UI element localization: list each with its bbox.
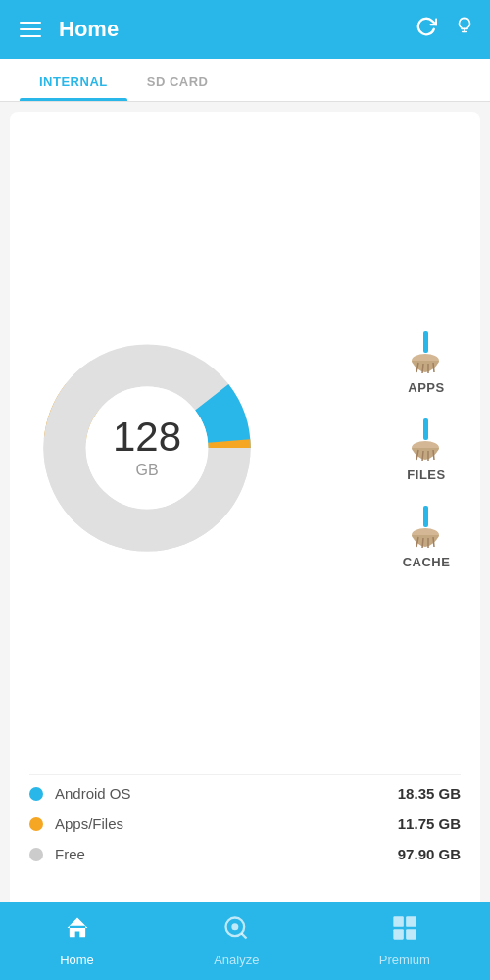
storage-unit: GB xyxy=(113,462,181,479)
donut-chart: 128 GB xyxy=(29,330,265,565)
main-card: 128 GB APPS xyxy=(10,112,480,915)
apps-button[interactable]: APPS xyxy=(402,327,451,395)
legend-apps-files: Apps/Files 11.75 GB xyxy=(29,815,461,832)
lightbulb-icon[interactable] xyxy=(455,16,474,43)
home-icon xyxy=(64,914,91,949)
analyze-nav-label: Analyze xyxy=(214,953,259,967)
chart-area: 128 GB APPS xyxy=(29,131,461,774)
svg-rect-24 xyxy=(393,929,404,940)
tab-internal[interactable]: INTERNAL xyxy=(20,59,127,101)
svg-line-20 xyxy=(242,933,247,938)
page-title: Home xyxy=(59,17,416,42)
home-nav-label: Home xyxy=(60,953,94,967)
svg-rect-25 xyxy=(406,929,416,940)
broom-apps-icon xyxy=(402,327,451,376)
files-label: FILES xyxy=(407,467,445,482)
apps-files-value: 11.75 GB xyxy=(398,815,461,832)
legend-android-os: Android OS 18.35 GB xyxy=(29,785,461,802)
svg-line-18 xyxy=(433,537,434,547)
cache-label: CACHE xyxy=(403,555,451,569)
android-os-value: 18.35 GB xyxy=(398,785,461,802)
apps-files-dot xyxy=(29,817,43,831)
android-os-dot xyxy=(29,787,43,801)
analyze-icon xyxy=(222,914,250,949)
svg-line-16 xyxy=(422,538,423,548)
android-os-name: Android OS xyxy=(55,785,398,802)
broom-files-icon xyxy=(402,415,451,464)
premium-icon xyxy=(391,914,418,949)
broom-cache-icon xyxy=(402,502,451,551)
refresh-icon[interactable] xyxy=(416,16,437,43)
tabs-bar: INTERNAL SD CARD xyxy=(0,59,490,102)
storage-legend: Android OS 18.35 GB Apps/Files 11.75 GB … xyxy=(29,774,461,896)
svg-line-12 xyxy=(433,450,434,460)
legend-free: Free 97.90 GB xyxy=(29,846,461,862)
cache-button[interactable]: CACHE xyxy=(402,502,451,569)
chart-center-label: 128 GB xyxy=(113,416,181,479)
nav-premium[interactable]: Premium xyxy=(379,914,430,967)
menu-button[interactable] xyxy=(16,18,45,41)
nav-home[interactable]: Home xyxy=(60,914,94,967)
tab-sdcard[interactable]: SD CARD xyxy=(127,59,228,101)
svg-line-4 xyxy=(422,364,423,373)
action-buttons: APPS FILES xyxy=(402,327,461,569)
svg-rect-1 xyxy=(423,331,428,353)
apps-files-name: Apps/Files xyxy=(55,815,398,832)
free-dot xyxy=(29,848,43,861)
svg-line-10 xyxy=(422,451,423,461)
free-name: Free xyxy=(55,846,398,862)
files-button[interactable]: FILES xyxy=(402,415,451,482)
svg-rect-22 xyxy=(393,916,404,927)
header-icons xyxy=(416,16,474,43)
svg-rect-23 xyxy=(406,916,416,927)
svg-rect-13 xyxy=(423,506,428,527)
svg-rect-7 xyxy=(423,418,428,440)
svg-point-21 xyxy=(232,923,239,930)
apps-label: APPS xyxy=(408,380,444,395)
storage-value: 128 xyxy=(113,416,181,458)
nav-analyze[interactable]: Analyze xyxy=(214,914,259,967)
bottom-navigation: Home Analyze Premium xyxy=(0,902,490,980)
svg-line-6 xyxy=(433,363,434,372)
header: Home xyxy=(0,0,490,59)
free-value: 97.90 GB xyxy=(398,846,461,862)
premium-nav-label: Premium xyxy=(379,953,430,967)
